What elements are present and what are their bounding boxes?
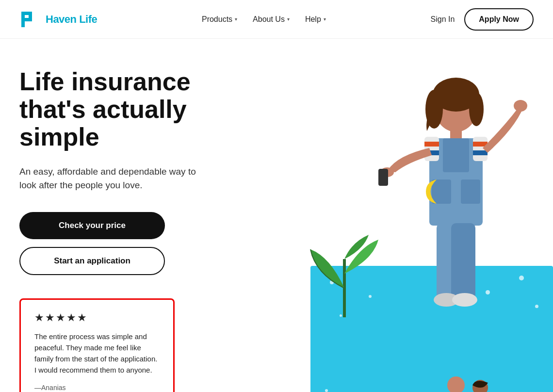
- sign-in-link[interactable]: Sign In: [431, 15, 455, 24]
- apply-now-button[interactable]: Apply Now: [464, 8, 534, 31]
- svg-rect-13: [461, 180, 480, 204]
- nav-about[interactable]: About Us ▾: [253, 15, 290, 24]
- chevron-down-icon: ▾: [324, 16, 326, 22]
- hero-section: Life insurance that's actually simple An…: [0, 39, 553, 392]
- family-figures: [427, 371, 514, 392]
- svg-rect-4: [29, 12, 32, 21]
- logo[interactable]: Haven Life: [19, 9, 97, 30]
- nav-actions: Sign In Apply Now: [431, 8, 534, 31]
- crescent-decoration: [422, 177, 446, 208]
- logo-icon: [19, 9, 41, 30]
- plant-decoration: [306, 230, 383, 319]
- svg-point-26: [452, 293, 477, 307]
- svg-rect-19: [473, 150, 488, 155]
- hero-content: Life insurance that's actually simple An…: [19, 68, 272, 392]
- svg-rect-21: [378, 169, 388, 186]
- logo-text: Haven Life: [46, 13, 97, 26]
- svg-point-27: [447, 376, 465, 392]
- check-price-button[interactable]: Check your price: [19, 212, 165, 239]
- svg-point-22: [514, 100, 527, 112]
- review-author: —Ananias: [34, 384, 160, 392]
- svg-rect-11: [443, 138, 469, 172]
- star-rating: ★★★★★: [34, 311, 160, 324]
- review-card: ★★★★★ The entire process was simple and …: [19, 298, 175, 392]
- nav-help[interactable]: Help ▾: [305, 15, 326, 24]
- chevron-down-icon: ▾: [235, 16, 237, 22]
- hero-subtitle: An easy, affordable and dependable way t…: [19, 165, 204, 193]
- nav-products[interactable]: Products ▾: [202, 15, 237, 24]
- site-header: Haven Life Products ▾ About Us ▾ Help ▾ …: [0, 0, 553, 39]
- main-nav: Products ▾ About Us ▾ Help ▾: [202, 15, 326, 24]
- svg-point-8: [469, 92, 484, 126]
- review-text: The entire process was simple and peacef…: [34, 331, 160, 376]
- child-figure: [349, 68, 534, 369]
- hero-illustration: [243, 39, 553, 392]
- hero-title: Life insurance that's actually simple: [19, 68, 233, 151]
- svg-rect-24: [451, 223, 475, 301]
- start-application-button[interactable]: Start an application: [19, 247, 165, 275]
- chevron-down-icon: ▾: [287, 16, 290, 22]
- svg-rect-15: [424, 142, 439, 147]
